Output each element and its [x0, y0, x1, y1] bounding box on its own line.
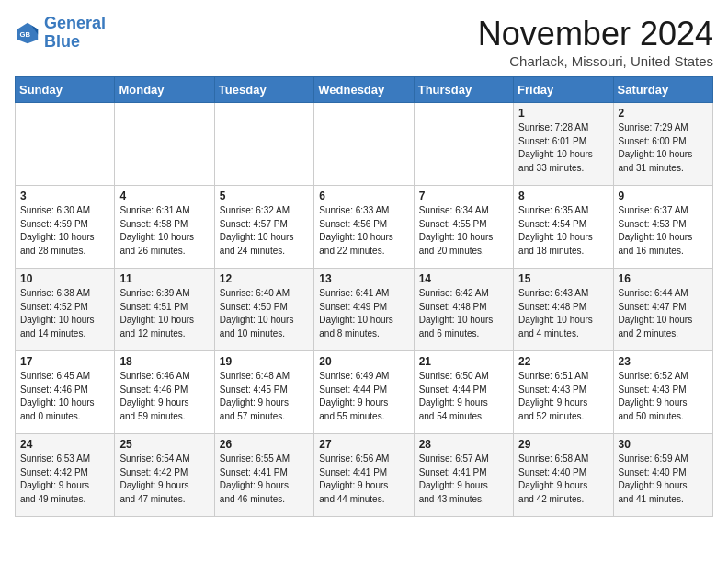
- calendar-cell: [414, 103, 513, 186]
- logo-line1: General: [44, 14, 106, 32]
- calendar-cell: 30Sunrise: 6:59 AM Sunset: 4:40 PM Dayli…: [613, 434, 712, 517]
- calendar-cell: 26Sunrise: 6:55 AM Sunset: 4:41 PM Dayli…: [214, 434, 313, 517]
- day-number: 8: [518, 190, 608, 202]
- day-number: 26: [220, 438, 309, 451]
- day-info: Sunrise: 7:28 AM Sunset: 6:01 PM Dayligh…: [518, 121, 608, 175]
- day-of-week-header: Sunday: [16, 77, 115, 103]
- day-number: 2: [619, 107, 708, 120]
- calendar-week-row: 3Sunrise: 6:30 AM Sunset: 4:59 PM Daylig…: [16, 186, 713, 269]
- day-info: Sunrise: 6:40 AM Sunset: 4:50 PM Dayligh…: [220, 287, 309, 340]
- day-number: 4: [119, 190, 209, 202]
- day-info: Sunrise: 6:37 AM Sunset: 4:53 PM Dayligh…: [619, 204, 708, 258]
- day-info: Sunrise: 6:35 AM Sunset: 4:54 PM Dayligh…: [518, 204, 608, 258]
- day-number: 19: [220, 355, 309, 368]
- day-number: 18: [119, 355, 209, 368]
- day-info: Sunrise: 6:58 AM Sunset: 4:40 PM Dayligh…: [518, 453, 608, 506]
- calendar-cell: 10Sunrise: 6:38 AM Sunset: 4:52 PM Dayli…: [16, 269, 115, 351]
- day-number: 21: [419, 355, 508, 368]
- day-number: 15: [518, 272, 608, 285]
- svg-text:GB: GB: [20, 30, 31, 39]
- calendar-cell: 8Sunrise: 6:35 AM Sunset: 4:54 PM Daylig…: [514, 186, 613, 269]
- day-info: Sunrise: 6:31 AM Sunset: 4:58 PM Dayligh…: [119, 204, 209, 258]
- calendar-cell: 28Sunrise: 6:57 AM Sunset: 4:41 PM Dayli…: [414, 434, 513, 517]
- calendar-cell: 21Sunrise: 6:50 AM Sunset: 4:44 PM Dayli…: [414, 351, 513, 434]
- day-number: 24: [20, 438, 109, 451]
- calendar-cell: 2Sunrise: 7:29 AM Sunset: 6:00 PM Daylig…: [613, 103, 712, 186]
- day-info: Sunrise: 6:54 AM Sunset: 4:42 PM Dayligh…: [119, 453, 209, 506]
- day-info: Sunrise: 6:59 AM Sunset: 4:40 PM Dayligh…: [619, 453, 708, 506]
- calendar-week-row: 17Sunrise: 6:45 AM Sunset: 4:46 PM Dayli…: [16, 351, 713, 434]
- day-info: Sunrise: 6:50 AM Sunset: 4:44 PM Dayligh…: [419, 370, 508, 423]
- day-of-week-header: Wednesday: [314, 77, 414, 103]
- day-number: 30: [619, 438, 708, 451]
- calendar-cell: 27Sunrise: 6:56 AM Sunset: 4:41 PM Dayli…: [314, 434, 414, 517]
- day-number: 25: [119, 438, 209, 451]
- day-number: 22: [518, 355, 608, 368]
- calendar-cell: 4Sunrise: 6:31 AM Sunset: 4:58 PM Daylig…: [115, 186, 214, 269]
- calendar-cell: 11Sunrise: 6:39 AM Sunset: 4:51 PM Dayli…: [115, 269, 214, 351]
- day-info: Sunrise: 6:48 AM Sunset: 4:45 PM Dayligh…: [220, 370, 309, 423]
- calendar-cell: 13Sunrise: 6:41 AM Sunset: 4:49 PM Dayli…: [314, 269, 414, 351]
- logo: GB General Blue: [15, 15, 106, 52]
- day-of-week-header: Monday: [115, 77, 214, 103]
- header: GB General Blue November 2024 Charlack, …: [15, 15, 713, 69]
- calendar-cell: 6Sunrise: 6:33 AM Sunset: 4:56 PM Daylig…: [314, 186, 414, 269]
- day-info: Sunrise: 6:42 AM Sunset: 4:48 PM Dayligh…: [419, 287, 508, 340]
- day-number: 29: [518, 438, 608, 451]
- day-info: Sunrise: 6:53 AM Sunset: 4:42 PM Dayligh…: [20, 453, 109, 506]
- day-info: Sunrise: 6:51 AM Sunset: 4:43 PM Dayligh…: [518, 370, 608, 423]
- day-number: 7: [419, 190, 508, 202]
- logo-line2: Blue: [44, 32, 80, 51]
- location-title: Charlack, Missouri, United States: [478, 53, 713, 69]
- calendar-cell: 19Sunrise: 6:48 AM Sunset: 4:45 PM Dayli…: [214, 351, 313, 434]
- calendar-cell: 1Sunrise: 7:28 AM Sunset: 6:01 PM Daylig…: [514, 103, 613, 186]
- calendar-table: SundayMondayTuesdayWednesdayThursdayFrid…: [15, 76, 713, 517]
- day-info: Sunrise: 6:44 AM Sunset: 4:47 PM Dayligh…: [619, 287, 708, 340]
- day-of-week-header: Tuesday: [214, 77, 313, 103]
- day-number: 6: [319, 190, 408, 202]
- day-number: 5: [220, 190, 309, 202]
- day-info: Sunrise: 6:39 AM Sunset: 4:51 PM Dayligh…: [119, 287, 209, 340]
- calendar-cell: [314, 103, 414, 186]
- calendar-cell: 25Sunrise: 6:54 AM Sunset: 4:42 PM Dayli…: [115, 434, 214, 517]
- day-number: 28: [419, 438, 508, 451]
- day-info: Sunrise: 6:52 AM Sunset: 4:43 PM Dayligh…: [619, 370, 708, 423]
- calendar-cell: 3Sunrise: 6:30 AM Sunset: 4:59 PM Daylig…: [16, 186, 115, 269]
- calendar-cell: 16Sunrise: 6:44 AM Sunset: 4:47 PM Dayli…: [613, 269, 712, 351]
- day-number: 10: [20, 272, 109, 285]
- calendar-cell: 12Sunrise: 6:40 AM Sunset: 4:50 PM Dayli…: [214, 269, 313, 351]
- month-title: November 2024: [478, 15, 713, 53]
- day-number: 17: [20, 355, 109, 368]
- calendar-cell: 9Sunrise: 6:37 AM Sunset: 4:53 PM Daylig…: [613, 186, 712, 269]
- day-number: 27: [319, 438, 408, 451]
- calendar-week-row: 1Sunrise: 7:28 AM Sunset: 6:01 PM Daylig…: [16, 103, 713, 186]
- calendar-cell: 14Sunrise: 6:42 AM Sunset: 4:48 PM Dayli…: [414, 269, 513, 351]
- day-number: 11: [119, 272, 209, 285]
- day-number: 1: [518, 107, 608, 120]
- day-number: 20: [319, 355, 408, 368]
- calendar-week-row: 24Sunrise: 6:53 AM Sunset: 4:42 PM Dayli…: [16, 434, 713, 517]
- day-of-week-header: Thursday: [414, 77, 513, 103]
- day-of-week-header: Saturday: [613, 77, 712, 103]
- calendar-cell: 5Sunrise: 6:32 AM Sunset: 4:57 PM Daylig…: [214, 186, 313, 269]
- day-number: 12: [220, 272, 309, 285]
- calendar-week-row: 10Sunrise: 6:38 AM Sunset: 4:52 PM Dayli…: [16, 269, 713, 351]
- day-info: Sunrise: 6:41 AM Sunset: 4:49 PM Dayligh…: [319, 287, 408, 340]
- calendar-cell: 15Sunrise: 6:43 AM Sunset: 4:48 PM Dayli…: [514, 269, 613, 351]
- calendar-cell: 18Sunrise: 6:46 AM Sunset: 4:46 PM Dayli…: [115, 351, 214, 434]
- day-number: 14: [419, 272, 508, 285]
- calendar-header: SundayMondayTuesdayWednesdayThursdayFrid…: [16, 77, 713, 103]
- title-area: November 2024 Charlack, Missouri, United…: [478, 15, 713, 69]
- calendar-cell: 20Sunrise: 6:49 AM Sunset: 4:44 PM Dayli…: [314, 351, 414, 434]
- calendar-cell: 24Sunrise: 6:53 AM Sunset: 4:42 PM Dayli…: [16, 434, 115, 517]
- day-info: Sunrise: 6:33 AM Sunset: 4:56 PM Dayligh…: [319, 204, 408, 258]
- day-number: 23: [619, 355, 708, 368]
- day-info: Sunrise: 6:56 AM Sunset: 4:41 PM Dayligh…: [319, 453, 408, 506]
- day-info: Sunrise: 6:46 AM Sunset: 4:46 PM Dayligh…: [119, 370, 209, 423]
- day-info: Sunrise: 6:30 AM Sunset: 4:59 PM Dayligh…: [20, 204, 109, 258]
- calendar-cell: 29Sunrise: 6:58 AM Sunset: 4:40 PM Dayli…: [514, 434, 613, 517]
- day-number: 13: [319, 272, 408, 285]
- day-info: Sunrise: 6:34 AM Sunset: 4:55 PM Dayligh…: [419, 204, 508, 258]
- calendar-cell: 23Sunrise: 6:52 AM Sunset: 4:43 PM Dayli…: [613, 351, 712, 434]
- day-number: 3: [20, 190, 109, 202]
